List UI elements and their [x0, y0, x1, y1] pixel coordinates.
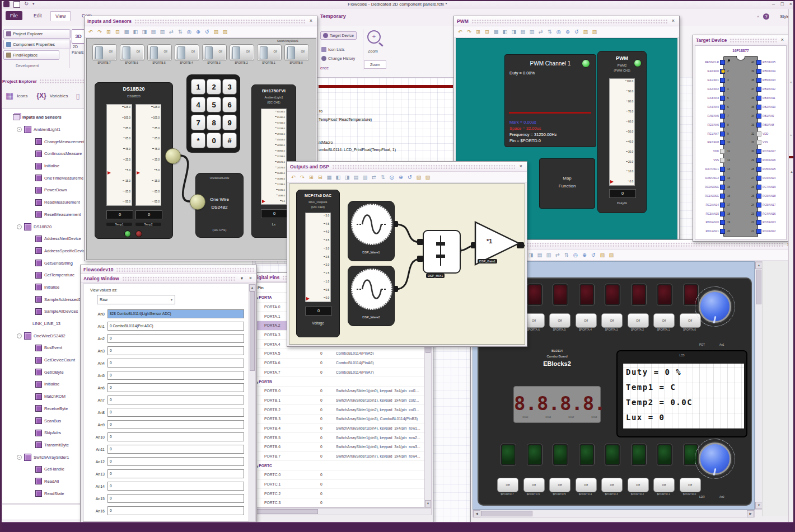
keypad-key[interactable]: 3 — [222, 79, 237, 95]
toolbar-icon[interactable]: ⇄ — [370, 173, 378, 181]
toolbar-icon[interactable]: ▤ — [536, 251, 544, 259]
keypad-key[interactable]: 2 — [207, 79, 221, 95]
chip-pin-row[interactable]: VDD 11 30 RD7/AN27 — [695, 147, 786, 156]
slide-switch[interactable]: Off — [147, 44, 172, 61]
digital-pin-row[interactable]: PORTB.6 0 SwitchArraySlider1(pin6), keyp… — [253, 442, 425, 452]
digital-pin-row[interactable]: PORTB.7 0 SwitchArraySlider1(pin7), keyp… — [253, 452, 425, 462]
toolbar-icon[interactable]: ◧ — [132, 28, 139, 36]
toolbar-icon[interactable]: ▤ — [519, 28, 527, 36]
porta-button[interactable]: Off — [601, 313, 623, 328]
toolbar-icon[interactable]: ▥ — [528, 28, 536, 36]
analog-channel-field[interactable]: 0 — [107, 482, 244, 491]
analog-channel-field[interactable]: 0 — [107, 359, 244, 368]
dsp-wave1-component[interactable]: DSP_Wave1 — [348, 201, 395, 261]
portd-button[interactable]: Off — [497, 478, 518, 492]
toolbar-icon[interactable]: ▥ — [158, 28, 166, 36]
switch-handle[interactable] — [232, 46, 240, 59]
analog-channel-field[interactable]: 0 — [107, 445, 244, 454]
digital-pin-row[interactable]: PORTB.2 0 SwitchArraySlider1(pin2), keyp… — [253, 405, 425, 415]
toolbar-icon[interactable]: ⇄ — [554, 251, 562, 259]
porta-button[interactable]: Off — [549, 313, 570, 328]
dsp-wave2-component[interactable]: DSP_Wave2 — [348, 266, 395, 326]
analog-channel-field[interactable]: 0 — [107, 494, 244, 503]
toolbar-icon[interactable]: ▧ — [582, 28, 590, 36]
digital-pin-row[interactable]: PORTC — [253, 461, 425, 470]
switch-handle[interactable] — [260, 46, 268, 59]
dsp-mix-component[interactable] — [423, 230, 461, 274]
toolbar-icon[interactable]: ▧ — [415, 173, 423, 181]
zoom-dropdown[interactable]: Zoom — [364, 60, 386, 69]
pot-knob-dial[interactable] — [699, 290, 731, 323]
portd-button[interactable]: Off — [601, 478, 623, 492]
slide-switch[interactable]: Off — [284, 44, 309, 61]
keypad-key[interactable]: 9 — [222, 115, 237, 130]
analog-channel-field[interactable]: 0 — [107, 457, 244, 466]
toolbar-icon[interactable]: ▨ — [424, 173, 432, 181]
analog-channel-field[interactable]: 0 — [107, 383, 244, 392]
analog-window-titlebar[interactable]: Analog Window ▾ × — [81, 274, 256, 283]
switch-handle[interactable] — [205, 46, 213, 59]
pwm-slider-component[interactable]: PWM PWM2 (PWM CH3) 100.090.080.070.060.0… — [597, 51, 647, 213]
toolbar-icon[interactable]: ↷ — [96, 28, 104, 36]
chip-pin-row[interactable]: RA6/OSC2 14 27 RD4/AN24 — [695, 174, 786, 183]
chip-pin-row[interactable]: RD0/AN20 19 22 RD3/AN23 — [695, 218, 786, 227]
3d-panel-button[interactable]: 3D — [72, 29, 85, 44]
component-properties-button[interactable]: Component Properties — [3, 40, 71, 49]
portd-button[interactable]: Off — [576, 478, 597, 492]
chip-pin-row[interactable]: RC1/SOSC 16 25 RC6/AN18 — [695, 191, 786, 200]
scroll-left-icon[interactable]: ◀ — [473, 510, 480, 517]
strip-up-icon[interactable]: ▲ — [790, 170, 793, 173]
toolbar-icon[interactable]: ◎ — [572, 251, 579, 259]
dac-component[interactable]: MCP47x6 DAC DAC_Output1 (I2C CH3) 5.04.5… — [296, 190, 340, 337]
wire-connector-2[interactable] — [190, 194, 205, 210]
toolbar-icon[interactable]: ▧ — [212, 28, 220, 36]
wire-connector-1[interactable] — [165, 148, 181, 164]
bh1750-lux-scale[interactable]: 65536.061440.057344.053248.049152.045056… — [261, 109, 287, 205]
tab-edit[interactable]: Edit — [29, 11, 46, 20]
chip-pin-row[interactable]: RA0/AN0 2 39 RB6/AN14 — [695, 67, 786, 76]
analog-channel-field[interactable]: 0 — [107, 469, 244, 478]
pwm-window-titlebar[interactable]: PWM × — [454, 16, 679, 26]
strip-close-icon[interactable]: × — [790, 81, 792, 84]
change-history-toggle[interactable]: Change History — [321, 56, 355, 61]
toolbar-icon[interactable]: ↷ — [298, 173, 306, 181]
toolbar-icon[interactable]: ◎ — [388, 173, 396, 181]
keypad-key[interactable]: 8 — [207, 115, 221, 130]
digital-pin-row[interactable]: PORTB.1 0 SwitchArraySlider1(pin1), keyp… — [253, 396, 425, 406]
toolbar-icon[interactable]: ↺ — [203, 28, 211, 36]
toolbar-icon[interactable]: ▦ — [325, 173, 333, 181]
toolbar-icon[interactable]: ⊟ — [114, 28, 121, 36]
switch-handle[interactable] — [177, 46, 185, 59]
board-vscrollbar[interactable]: ▲ ▼ — [755, 261, 763, 510]
variables-tab-label[interactable]: Variables — [50, 93, 68, 98]
keypad-key[interactable]: 6 — [222, 97, 237, 112]
close-button[interactable]: × — [789, 1, 792, 7]
ds18b20-component[interactable]: DS18B20 DS18B20 125.0105.085.065.045.025… — [95, 82, 173, 239]
chip-pin-row[interactable]: RC2/AN14 17 24 RC5/AN17 — [695, 200, 786, 209]
analog-channel-field[interactable]: 0 — [107, 346, 244, 355]
chip-pin-row[interactable]: RE2/AN8 10 31 VSS — [695, 138, 786, 147]
analog-channel-field[interactable]: 0 — [107, 334, 244, 343]
help-icon[interactable]: ? — [763, 13, 769, 20]
scroll-right-icon[interactable]: ▶ — [747, 510, 754, 517]
toolbar-icon[interactable]: ◎ — [555, 28, 563, 36]
tree-toggle-icon[interactable] — [17, 455, 22, 460]
chip-pin-row[interactable]: RC0/SOSC 15 26 RC7/AN19 — [695, 182, 786, 191]
scroll-down-icon[interactable]: ▼ — [425, 500, 431, 507]
toolbar-icon[interactable]: ◨ — [527, 251, 535, 259]
minimize-button[interactable]: – — [772, 1, 775, 7]
toolbar-icon[interactable]: ◧ — [501, 28, 509, 36]
analog-channel-field[interactable]: 0 — [107, 420, 244, 429]
chip-pin-row[interactable]: RA4/AN4 6 35 RB2/AN10 — [695, 102, 786, 111]
tree-toggle-icon[interactable] — [17, 224, 22, 229]
toolbar-icon[interactable]: ⊕ — [564, 28, 572, 36]
analog-vscrollbar[interactable]: ▲ — [249, 284, 256, 522]
slide-switch[interactable]: Off — [202, 44, 227, 61]
ldr-knob[interactable] — [695, 439, 735, 479]
digital-pin-row[interactable]: PORTB — [253, 377, 425, 387]
toolbar-icon[interactable]: ▧ — [598, 251, 606, 259]
analog-channel-field[interactable]: 0 ComboBL0114(Pot ADC) — [107, 322, 244, 331]
toolbar-icon[interactable]: ▨ — [607, 251, 615, 259]
toolbar-icon[interactable]: ▦ — [123, 28, 130, 36]
pwm-close-icon[interactable]: × — [670, 18, 676, 24]
